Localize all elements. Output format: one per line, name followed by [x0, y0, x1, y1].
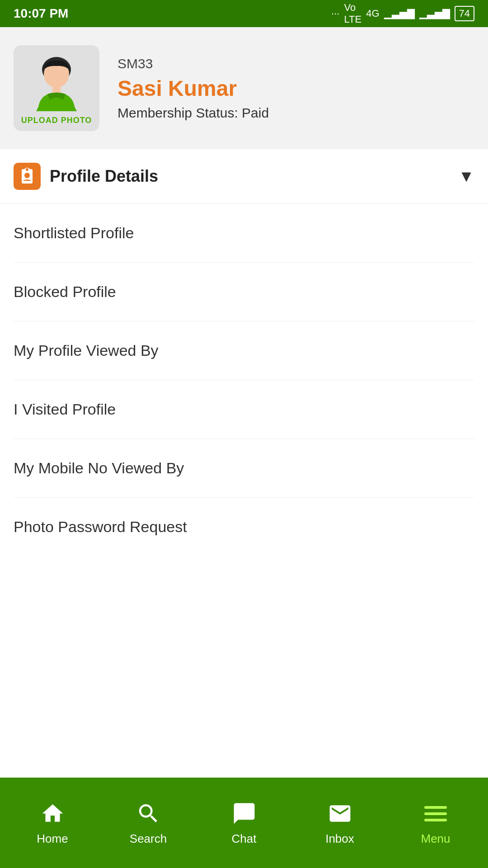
- nav-label-menu: Menu: [421, 832, 450, 846]
- search-icon: [135, 800, 162, 827]
- profile-details-section[interactable]: Profile Details ▼: [0, 149, 488, 204]
- profile-info: SM33 Sasi Kumar Membership Status: Paid: [117, 56, 269, 121]
- nav-item-menu[interactable]: Menu: [388, 800, 483, 846]
- nav-label-search: Search: [130, 832, 167, 846]
- avatar-svg: [32, 52, 81, 111]
- avatar-figure: [14, 48, 99, 116]
- menu-item-viewed-by[interactable]: My Profile Viewed By: [14, 321, 474, 380]
- avatar-container[interactable]: UPLOAD PHOTO: [14, 45, 99, 131]
- profile-details-label: Profile Details: [50, 167, 158, 186]
- profile-details-left: Profile Details: [14, 163, 158, 190]
- status-time: 10:07 PM: [14, 6, 68, 21]
- status-icons: ··· VoLTE 4G ▁▃▅▇ ▁▃▅▇ 74: [331, 2, 474, 25]
- status-bar: 10:07 PM ··· VoLTE 4G ▁▃▅▇ ▁▃▅▇ 74: [0, 0, 488, 27]
- signal-bars-2: ▁▃▅▇: [419, 8, 450, 19]
- nav-item-home[interactable]: Home: [5, 800, 100, 846]
- menu-list: Shortlisted Profile Blocked Profile My P…: [0, 204, 488, 556]
- menu-item-shortlisted[interactable]: Shortlisted Profile: [14, 204, 474, 263]
- volte-icon: VoLTE: [344, 2, 361, 25]
- bottom-nav: Home Search Chat Inbox: [0, 778, 488, 868]
- menu-item-mobile-viewed[interactable]: My Mobile No Viewed By: [14, 439, 474, 498]
- profile-header: UPLOAD PHOTO SM33 Sasi Kumar Membership …: [0, 27, 488, 149]
- svg-point-6: [24, 173, 30, 178]
- membership-status: Membership Status: Paid: [117, 105, 269, 121]
- nav-label-home: Home: [37, 832, 68, 846]
- profile-id: SM33: [117, 56, 269, 71]
- inbox-icon: [326, 800, 353, 827]
- menu-icon: [422, 800, 449, 827]
- menu-item-photo-password[interactable]: Photo Password Request: [14, 498, 474, 556]
- nav-label-inbox: Inbox: [325, 832, 354, 846]
- nav-item-search[interactable]: Search: [100, 800, 196, 846]
- battery-icon: 74: [455, 6, 474, 21]
- signal-dots: ···: [331, 8, 339, 19]
- nav-item-inbox[interactable]: Inbox: [292, 800, 388, 846]
- signal-bars: ▁▃▅▇: [384, 8, 415, 19]
- profile-name: Sasi Kumar: [117, 76, 269, 101]
- upload-photo-label[interactable]: UPLOAD PHOTO: [21, 116, 92, 129]
- menu-item-visited[interactable]: I Visited Profile: [14, 380, 474, 439]
- nav-label-chat: Chat: [232, 832, 257, 846]
- chevron-down-icon[interactable]: ▼: [458, 167, 474, 186]
- profile-badge-icon: [14, 163, 41, 190]
- chat-icon: [230, 800, 258, 827]
- badge-svg: [18, 167, 36, 185]
- svg-point-5: [26, 168, 28, 171]
- menu-item-blocked[interactable]: Blocked Profile: [14, 263, 474, 321]
- nav-item-chat[interactable]: Chat: [196, 800, 292, 846]
- home-icon: [39, 800, 66, 827]
- network-4g: 4G: [366, 8, 379, 19]
